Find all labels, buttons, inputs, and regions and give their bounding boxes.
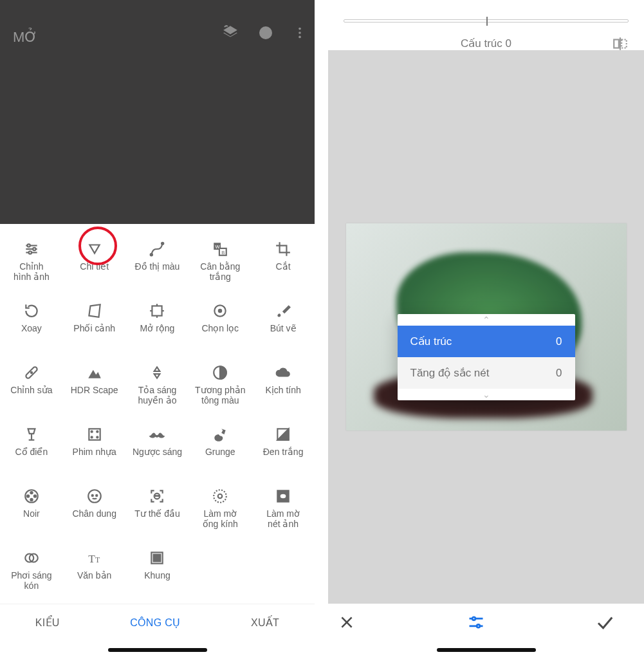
svg-point-43 [27, 495, 29, 497]
svg-marker-28 [154, 367, 160, 371]
tab-export[interactable]: XUẤT [251, 617, 279, 629]
tab-tools[interactable]: CÔNG CỤ [130, 617, 180, 629]
editor-top-dark: MỞ [0, 0, 315, 224]
svg-point-45 [30, 499, 32, 501]
tool-film[interactable]: Phim nhựa [63, 416, 126, 478]
text-icon: TT [86, 546, 103, 570]
tool-mountains[interactable]: HDR Scape [63, 354, 126, 416]
svg-point-47 [91, 495, 93, 496]
contrast-icon [212, 360, 228, 385]
svg-point-44 [34, 495, 36, 497]
double-expose-icon [23, 546, 40, 570]
home-indicator [328, 641, 644, 659]
tool-label: Đen trắng [263, 447, 304, 457]
tool-label: Làm mờ nét ảnh [266, 508, 300, 529]
tool-label: Ngược sáng [133, 447, 182, 457]
param-row-structure[interactable]: Cấu trúc 0 [398, 326, 575, 357]
svg-point-35 [91, 431, 92, 432]
svg-point-24 [219, 310, 221, 312]
param-value: 0 [556, 367, 562, 380]
tool-face[interactable]: Chân dung [63, 478, 126, 539]
lamp-icon [23, 422, 40, 447]
adjust-button[interactable] [467, 613, 506, 631]
tool-face-detect[interactable]: Tư thế đầu [126, 478, 189, 539]
param-row-sharpen[interactable]: Tăng độ sắc nét 0 [398, 357, 575, 389]
tool-tune[interactable]: Chỉnh hình ảnh [0, 230, 63, 292]
tool-expand[interactable]: Mở rộng [126, 292, 189, 354]
tool-glamour[interactable]: Tỏa sáng huyền ảo [126, 354, 189, 416]
tool-lamp[interactable]: Cổ điển [0, 416, 63, 478]
svg-point-70 [477, 625, 480, 628]
tool-lens-blur[interactable]: Làm mờ ống kính [189, 478, 252, 539]
layers-icon[interactable] [222, 24, 239, 41]
bandage-icon [23, 360, 40, 385]
tool-perspective[interactable]: Phối cảnh [63, 292, 126, 354]
home-indicator [0, 641, 315, 659]
tool-cloud[interactable]: Kịch tính [252, 354, 315, 416]
rotate-icon [23, 299, 40, 323]
svg-point-38 [97, 436, 98, 438]
tool-wb[interactable]: WBCân bằng trắng [189, 230, 252, 292]
face-detect-icon [149, 484, 165, 508]
open-button[interactable]: MỞ [13, 29, 37, 46]
tool-bw[interactable]: Đen trắng [252, 416, 315, 478]
tool-text[interactable]: TTVăn bản [63, 539, 126, 601]
tool-curve[interactable]: Đồ thị màu [126, 230, 189, 292]
tool-label: Noir [23, 508, 40, 519]
tool-label: Khung [144, 570, 170, 580]
svg-point-9 [29, 251, 32, 254]
svg-point-3 [299, 36, 301, 39]
glamour-icon [149, 360, 165, 385]
svg-point-46 [88, 490, 101, 503]
tool-label: Tỏa sáng huyền ảo [138, 385, 176, 405]
parameter-overlay[interactable]: ⌃ Cấu trúc 0 Tăng độ sắc nét 0 ⌄ [398, 314, 575, 400]
tool-reel[interactable]: Noir [0, 478, 63, 539]
value-slider[interactable] [328, 19, 644, 23]
tool-label: Phim nhựa [73, 447, 116, 457]
tab-styles[interactable]: KIỂU [35, 617, 60, 629]
svg-marker-29 [154, 374, 160, 378]
tool-contrast[interactable]: Tương phản tông màu [189, 354, 252, 416]
tool-guitar[interactable]: Grunge [189, 416, 252, 478]
chevron-up-icon: ⌃ [398, 314, 575, 326]
compare-icon[interactable] [612, 35, 629, 52]
tool-bandage[interactable]: Chỉnh sửa [0, 354, 63, 416]
svg-point-53 [218, 494, 223, 499]
svg-marker-10 [89, 245, 99, 254]
tool-vignette[interactable]: Làm mờ nét ảnh [252, 478, 315, 539]
svg-marker-17 [89, 304, 100, 317]
tool-label: Cổ điển [15, 447, 48, 457]
tool-label: HDR Scape [71, 385, 118, 395]
film-icon [86, 422, 103, 447]
param-label: Tăng độ sắc nét [410, 366, 490, 380]
cancel-button[interactable] [338, 614, 377, 631]
status-label: Cấu trúc 0 [461, 37, 511, 50]
svg-marker-31 [28, 429, 35, 434]
svg-point-50 [156, 496, 156, 496]
tool-label: Chi tiết [80, 261, 109, 272]
info-icon[interactable] [258, 25, 273, 41]
tool-label: Kịch tính [265, 385, 300, 395]
svg-marker-27 [88, 370, 101, 378]
svg-point-55 [280, 494, 287, 499]
tool-brush[interactable]: Bút vẽ [252, 292, 315, 354]
tool-triangle-down[interactable]: Chi tiết [63, 230, 126, 292]
image-canvas[interactable]: ⌃ Cấu trúc 0 Tăng độ sắc nét 0 ⌄ [328, 50, 644, 604]
tool-label: Đồ thị màu [135, 261, 180, 272]
tool-frame[interactable]: Khung [126, 539, 189, 601]
param-label: Cấu trúc [410, 335, 452, 348]
tool-mustache[interactable]: Ngược sáng [126, 416, 189, 478]
apply-button[interactable] [595, 613, 634, 632]
tool-rotate[interactable]: Xoay [0, 292, 63, 354]
svg-point-52 [214, 490, 227, 503]
tool-double-expose[interactable]: Phơi sáng kón [0, 539, 63, 601]
tool-target[interactable]: Chọn lọc [189, 292, 252, 354]
tool-crop[interactable]: Cắt [252, 230, 315, 292]
tool-label: Xoay [21, 323, 42, 333]
tool-label: Làm mờ ống kính [203, 508, 238, 529]
more-icon[interactable] [293, 26, 307, 40]
tool-label: Văn bản [77, 570, 111, 580]
tool-label: Grunge [205, 447, 235, 457]
tool-label: Phối cảnh [73, 323, 115, 333]
tool-label: Tư thế đầu [134, 508, 180, 519]
